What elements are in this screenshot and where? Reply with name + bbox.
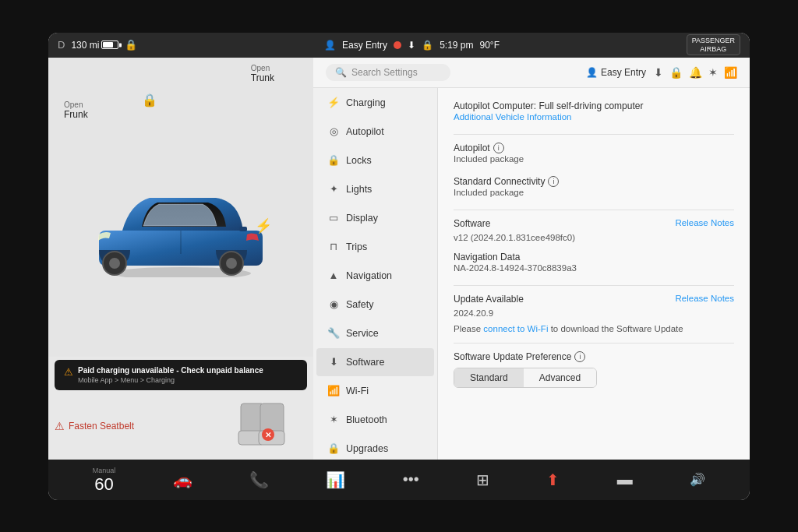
- nav-item-wifi[interactable]: 📶 Wi-Fi: [316, 377, 434, 405]
- easy-entry-header-label: Easy Entry: [601, 67, 646, 78]
- charge-bolt-svg: ⚡: [255, 217, 273, 234]
- seatbelt-text: Fasten Seatbelt: [69, 421, 134, 432]
- pref-advanced-tab[interactable]: Advanced: [524, 368, 596, 387]
- connectivity-row: Standard Connectivity i Included package: [454, 176, 734, 197]
- software-version: v12 (2024.20.1.831cee498fc0): [454, 233, 734, 242]
- download-header-icon[interactable]: ⬇: [654, 66, 663, 79]
- person-header-icon: 👤: [586, 67, 598, 78]
- autopilot-value: Included package: [454, 154, 734, 164]
- nav-item-autopilot[interactable]: ◎ Autopilot: [316, 118, 434, 146]
- update-available-label: Update Available: [454, 294, 524, 305]
- signal-header-icon[interactable]: 📶: [724, 66, 737, 79]
- nav-item-locks[interactable]: 🔒 Locks: [316, 146, 434, 174]
- update-message-row: Please connect to Wi-Fi to download the …: [454, 324, 734, 333]
- nav-item-navigation[interactable]: ▲ Navigation: [316, 262, 434, 290]
- nav-display-label: Display: [346, 213, 378, 224]
- nd-label: D: [58, 39, 65, 51]
- lights-nav-icon: ✦: [327, 183, 340, 196]
- svg-text:✕: ✕: [265, 431, 271, 439]
- release-notes-link-1[interactable]: Release Notes: [676, 218, 734, 227]
- nav-item-lights[interactable]: ✦ Lights: [316, 175, 434, 203]
- mileage-display: 130 mi: [71, 40, 99, 51]
- right-panel: 🔍 Search Settings 👤 Easy Entry ⬇ 🔒 🔔 ✶: [313, 58, 750, 460]
- update-pref-info-icon[interactable]: i: [574, 351, 585, 362]
- nav-software-label: Software: [346, 357, 384, 368]
- nav-data-value: NA-2024.8-14924-370c8839a3: [454, 263, 734, 273]
- warning-sub-text: Mobile App > Menu > Charging: [78, 376, 263, 384]
- service-nav-icon: 🔧: [327, 327, 340, 340]
- search-box[interactable]: 🔍 Search Settings: [326, 64, 450, 81]
- battery-indicator: 130 mi: [71, 40, 118, 51]
- seat-svg: ✕: [229, 400, 307, 450]
- dots-taskbar-icon: •••: [403, 470, 419, 488]
- additional-vehicle-info-link[interactable]: Additional Vehicle Information: [454, 112, 734, 122]
- connectivity-value: Included package: [454, 188, 734, 197]
- warning-content: Paid charging unavailable - Check unpaid…: [78, 366, 263, 384]
- autopilot-info-icon[interactable]: i: [493, 143, 504, 153]
- nav-locks-label: Locks: [346, 155, 372, 166]
- lock-header-icon[interactable]: 🔒: [669, 66, 683, 79]
- nav-data-row: Navigation Data NA-2024.8-14924-370c8839…: [454, 252, 734, 273]
- taskbar-screen-button[interactable]: ▬: [617, 470, 633, 488]
- nav-item-display[interactable]: ▭ Display: [316, 204, 434, 232]
- bell-header-icon[interactable]: 🔔: [689, 66, 702, 79]
- nav-service-label: Service: [346, 328, 379, 339]
- car-taskbar-icon: 🚗: [173, 470, 192, 489]
- taskbar-dots-button[interactable]: •••: [403, 470, 419, 488]
- seat-illustration: ✕: [229, 400, 307, 453]
- software-label: Software: [454, 218, 490, 229]
- phone-taskbar-icon: 📞: [249, 470, 269, 489]
- taskbar-grid-button[interactable]: ⊞: [476, 470, 489, 489]
- update-pref-row: Software Update Preference i Standard Ad…: [454, 351, 734, 388]
- person-icon: 👤: [324, 40, 336, 51]
- time-display: 5:19 pm: [440, 40, 473, 51]
- search-icon: 🔍: [335, 67, 347, 78]
- software-nav-icon: ⬇: [327, 356, 340, 368]
- nav-item-upgrades[interactable]: 🔒 Upgrades: [316, 435, 434, 460]
- nav-item-bluetooth[interactable]: ✶ Bluetooth: [316, 406, 434, 434]
- upgrades-nav-icon: 🔒: [327, 442, 340, 455]
- taskbar: Manual 60 🚗 📞 📊 ••• ⊞ ⬆ ▬: [48, 460, 750, 500]
- taskbar-phone-button[interactable]: 📞: [249, 470, 269, 489]
- nav-item-safety[interactable]: ◉ Safety: [316, 291, 434, 319]
- charging-nav-icon: ⚡: [327, 97, 340, 109]
- easy-entry-header: 👤 Easy Entry: [586, 67, 646, 78]
- frunk-label: Frunk: [64, 109, 88, 120]
- nav-navigation-label: Navigation: [346, 270, 392, 281]
- taskbar-music-button[interactable]: 📊: [326, 470, 345, 489]
- connect-wifi-link[interactable]: connect to Wi-Fi: [483, 324, 548, 333]
- header-right: 👤 Easy Entry ⬇ 🔒 🔔 ✶ 📶: [586, 66, 737, 79]
- status-bar: D 130 mi 🔒 👤 Easy Entry ⬇ 🔒 5:19 pm 90°F: [48, 33, 750, 58]
- locks-nav-icon: 🔒: [327, 154, 340, 167]
- settings-body: ⚡ Charging ◎ Autopilot 🔒 Locks ✦: [313, 88, 750, 460]
- svg-point-5: [226, 258, 237, 269]
- nav-item-service[interactable]: 🔧 Service: [316, 319, 434, 347]
- search-input[interactable]: Search Settings: [351, 67, 418, 78]
- update-pref-label: Software Update Preference: [454, 351, 571, 362]
- update-pref-label-row: Software Update Preference i: [454, 351, 734, 363]
- nav-lights-label: Lights: [346, 184, 372, 195]
- autopilot-computer-label: Autopilot Computer: Full self-driving co…: [454, 100, 734, 111]
- nav-item-trips[interactable]: ⊓ Trips: [316, 233, 434, 261]
- divider-1: [454, 134, 734, 135]
- nav-data-label: Navigation Data: [454, 252, 734, 262]
- nav-item-software[interactable]: ⬇ Software: [316, 348, 434, 376]
- taskbar-car-button[interactable]: 🚗: [173, 470, 192, 489]
- bluetooth-header-icon[interactable]: ✶: [708, 66, 718, 79]
- update-header-row: Update Available Release Notes: [454, 294, 734, 305]
- volume-taskbar-icon: 🔊: [690, 472, 705, 487]
- pref-standard-tab[interactable]: Standard: [454, 368, 524, 387]
- grid-taskbar-icon: ⊞: [476, 470, 489, 489]
- outer-frame: D 130 mi 🔒 👤 Easy Entry ⬇ 🔒 5:19 pm 90°F: [0, 0, 798, 532]
- taskbar-tesla-button[interactable]: ⬆: [546, 470, 560, 489]
- release-notes-link-2[interactable]: Release Notes: [676, 294, 734, 303]
- nav-item-charging[interactable]: ⚡ Charging: [316, 89, 434, 117]
- nav-safety-label: Safety: [346, 299, 373, 310]
- screen: D 130 mi 🔒 👤 Easy Entry ⬇ 🔒 5:19 pm 90°F: [48, 33, 750, 500]
- seatbelt-alert-icon: ⚠: [55, 420, 65, 432]
- connectivity-info-icon[interactable]: i: [548, 176, 559, 187]
- taskbar-volume-button[interactable]: 🔊: [690, 472, 705, 487]
- update-version: 2024.20.9: [454, 308, 734, 318]
- header-icons: ⬇ 🔒 🔔 ✶ 📶: [654, 66, 737, 79]
- software-header-row: Software Release Notes: [454, 218, 734, 230]
